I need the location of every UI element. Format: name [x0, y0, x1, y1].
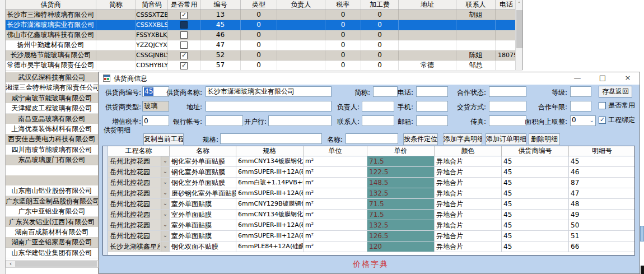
company-list-item[interactable]: 湖南百成新材料有限公司: [6, 227, 98, 238]
checked-checkbox-icon[interactable]: ✓: [180, 62, 188, 69]
close-icon[interactable]: ×: [619, 72, 637, 85]
supplier-row[interactable]: 长沙市三湘特种玻璃有限公司CSSSXTZBL...✓13000胡姐: [6, 10, 522, 20]
detail-row[interactable]: 岳州北控花园⌄室外单面贴膜6mmSUPER-III+12A(硅...m²126.…: [108, 231, 635, 242]
company-list-item[interactable]: 咸宁南玻节能玻璃有限公司: [6, 93, 98, 104]
company-list-item[interactable]: 武汉亿深科技有限公司: [6, 72, 98, 83]
detail-row[interactable]: 岳州北控花园⌄钢化室外单面贴膜6mmCNY134镀膜钢化m²71.5异地合片45…: [108, 156, 635, 167]
company-list-item[interactable]: 天津耀皮工程玻璃有限公司: [6, 103, 98, 114]
column-header-tax[interactable]: 税率: [325, 0, 361, 10]
coop-years-field[interactable]: [570, 101, 591, 112]
checked-checkbox-icon[interactable]: ✓: [180, 12, 188, 19]
add-dictionary-detail-button[interactable]: 添加字典明细: [443, 133, 482, 145]
project-combo-cell[interactable]: 岳州北控花园⌄: [108, 220, 170, 231]
company-list-item[interactable]: 西安佳吉美电力科技有限公司: [6, 134, 98, 145]
grade-field[interactable]: [570, 86, 591, 97]
project-combo-cell[interactable]: 岳州北控花园⌄: [108, 167, 170, 178]
scroll-left-icon[interactable]: ‹: [7, 261, 15, 267]
phone-field[interactable]: [416, 86, 448, 97]
chevron-down-icon[interactable]: ⌄: [161, 167, 169, 177]
company-list-item[interactable]: 广东中亚铝业有限公司: [6, 206, 98, 217]
minimize-icon[interactable]: —: [568, 72, 586, 85]
checked-checkbox-icon[interactable]: ✓: [180, 52, 188, 59]
dropdown-arrow-icon[interactable]: ⌄: [590, 117, 594, 123]
manager-field[interactable]: [362, 101, 394, 112]
detail-row[interactable]: 岳州北控花园⌄室外单面贴膜6mmCNY129B镀膜钢化m²71.5异地合片454…: [108, 199, 635, 210]
delete-detail-button[interactable]: 删除明细: [529, 133, 560, 145]
save-return-button[interactable]: 存盘返回: [599, 86, 632, 97]
vscroll-thumb[interactable]: [516, 10, 522, 48]
chevron-down-icon[interactable]: ⌄: [161, 188, 169, 198]
supplier-row[interactable]: 佛山市亿鑫玻璃科技有限公司FSSYXBLKJ...46000: [6, 30, 522, 40]
column-header-address[interactable]: 地址: [399, 0, 456, 10]
chevron-down-icon[interactable]: ⌄: [161, 156, 169, 166]
supplier-type-field[interactable]: [142, 101, 169, 112]
supplier-name-field[interactable]: [206, 86, 332, 97]
mobile-field[interactable]: [416, 101, 448, 112]
supplier-row[interactable]: 扬州中勤建材有限公司YZZQJCYXGS47000: [6, 40, 522, 50]
coop-status-field[interactable]: [489, 86, 526, 97]
maximize-icon[interactable]: □: [594, 72, 612, 85]
company-list-item[interactable]: 湘潭三金特种玻璃有限责任公司: [6, 82, 98, 93]
company-list-item[interactable]: 东晶玻璃厦门有限公司: [6, 155, 98, 165]
detail-row[interactable]: 岳州北控花园⌄钢化室外单面贴膜6mmSUPER-III+12A(硅...m²12…: [108, 167, 635, 178]
column-header-type[interactable]: 类型: [241, 0, 277, 10]
column-header-code[interactable]: 简音码: [136, 0, 168, 10]
detail-row[interactable]: 长沙龙湖祺鑫星座⌄钢化双面不贴膜6mmPLE84+12A(硅酮胶...m²120…: [108, 242, 635, 252]
company-list-item[interactable]: 广东兴发铝业(江西)有限公司: [6, 217, 98, 227]
column-header-abbr[interactable]: 简称: [96, 0, 136, 10]
project-combo-cell[interactable]: 岳州北控花园⌄: [108, 178, 170, 188]
chevron-down-icon[interactable]: ⌄: [161, 231, 169, 241]
supplier-row[interactable]: 长沙晟格节能玻璃有限公司CSSGJNBLYXGS✓52000陈姐180751: [6, 50, 522, 61]
project-combo-cell[interactable]: 岳州北控花园⌄: [108, 210, 170, 220]
company-list-item[interactable]: 湖南广亚全铝家居有限公司: [6, 237, 98, 248]
address-field[interactable]: [206, 101, 332, 112]
chevron-down-icon[interactable]: ⌄: [161, 210, 169, 220]
detail-row[interactable]: 岳州北控花园⌄钢化室外单面贴膜6mm白玻+1.14PVB+6mm...m²148…: [108, 178, 635, 188]
company-list-item[interactable]: 南昌亚晶玻璃有限公司: [6, 114, 98, 124]
scroll-up-icon[interactable]: ˄: [516, 0, 522, 8]
locate-by-condition-button[interactable]: 按条件定位: [403, 133, 438, 145]
unchecked-checkbox-icon[interactable]: [180, 41, 188, 49]
bank-account-field[interactable]: [206, 115, 243, 126]
delivery-field[interactable]: [489, 101, 526, 112]
project-combo-cell[interactable]: 长沙龙湖祺鑫星座⌄: [108, 242, 170, 252]
chevron-down-icon[interactable]: ⌄: [161, 242, 169, 252]
suppliers-grid-vscrollbar[interactable]: ˄: [515, 0, 522, 70]
column-header-contact[interactable]: 联系人: [456, 0, 496, 10]
project-combo-cell[interactable]: 岳州北控花园⌄: [108, 199, 170, 210]
spec-filter-field[interactable]: [220, 133, 322, 144]
project-combo-cell[interactable]: 岳州北控花园⌄: [108, 231, 170, 242]
unchecked-checkbox-icon[interactable]: [180, 21, 188, 29]
round-up-dropdown[interactable]: 0⌄: [570, 115, 596, 126]
contact-field[interactable]: [362, 115, 394, 126]
dialog-titlebar[interactable]: 供货商信息 — □ ×: [99, 72, 640, 85]
hscroll-thumb[interactable]: [15, 261, 97, 267]
detail-column-header-price[interactable]: 单价: [367, 146, 435, 156]
company-list-item[interactable]: 上海优泰装饰材料有限公司: [6, 124, 98, 134]
project-bind-checkbox[interactable]: ✓: [599, 117, 606, 124]
company-list-item[interactable]: [6, 175, 98, 186]
project-combo-cell[interactable]: 岳州北控花园⌄: [108, 156, 170, 167]
unchecked-checkbox-icon[interactable]: [180, 31, 188, 39]
column-header-common[interactable]: 是否常用: [168, 0, 200, 10]
company-list-item[interactable]: 四川南玻节能玻璃有限公司: [6, 145, 98, 155]
column-header-supplier[interactable]: 供货商: [6, 0, 96, 10]
detail-column-header-supplier_id[interactable]: 供货商编号: [502, 146, 569, 156]
copy-current-project-button[interactable]: 复制当前工程: [143, 133, 184, 145]
bank-field[interactable]: [268, 115, 332, 126]
add-order-detail-button[interactable]: 添加订单明细: [486, 133, 526, 145]
detail-column-header-name[interactable]: 名称: [170, 146, 236, 156]
vat-field[interactable]: [142, 115, 169, 126]
company-list-item[interactable]: 山东南山铝业股份有限公司: [6, 185, 98, 196]
company-list-item[interactable]: [6, 165, 98, 176]
chevron-down-icon[interactable]: ⌄: [161, 220, 169, 230]
detail-row[interactable]: 岳州北控花园⌄室外单面贴膜6mmSUPER-III+12A(硅...m²132.…: [108, 220, 635, 231]
supplier-row[interactable]: 长沙市潇湘玻璃实业有限公司CSSXXBLSY...45000: [6, 20, 522, 30]
detail-row[interactable]: 岳州北控花园⌄磨砂钢化室外单面贴膜6mmSUPER-III+12A(硅...m²…: [108, 188, 635, 199]
chevron-down-icon[interactable]: ⌄: [161, 178, 169, 188]
supplier-row[interactable]: 常德市昊宇玻璃有限责任公司CDSHYBLYX✓57000常德邹总: [6, 61, 522, 71]
detail-column-header-color[interactable]: 颜色: [435, 146, 502, 156]
detail-column-header-unit[interactable]: 单位: [304, 146, 367, 156]
column-header-fee[interactable]: 加工费: [361, 0, 399, 10]
detail-column-header-project[interactable]: 工程名称: [108, 146, 170, 156]
